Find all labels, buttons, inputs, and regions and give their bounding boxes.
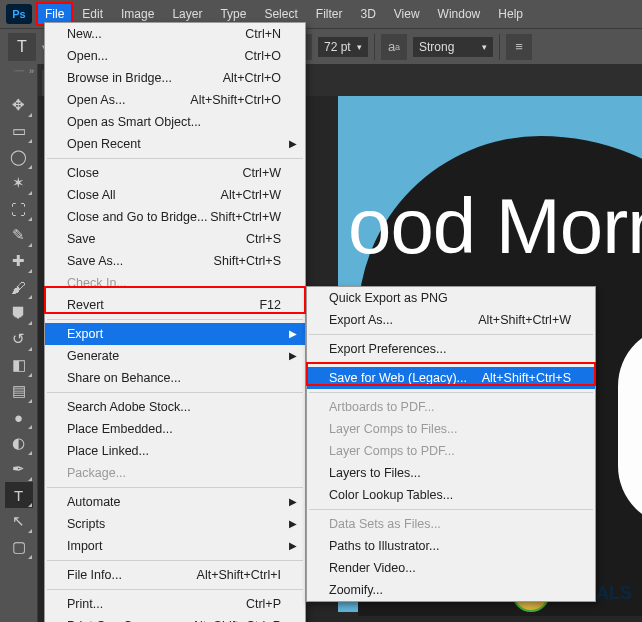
eraser-tool-button[interactable]: ◧ — [5, 352, 33, 378]
blur-tool-button[interactable]: ● — [5, 404, 33, 430]
menu-item-open[interactable]: Open...Ctrl+O — [45, 45, 305, 67]
type-tool-button[interactable]: T — [5, 482, 33, 508]
move-tool-button[interactable]: ✥ — [5, 92, 33, 118]
antialias-select[interactable]: Strong▾ — [413, 37, 493, 57]
menu-item-file-info[interactable]: File Info...Alt+Shift+Ctrl+I — [45, 564, 305, 586]
rectangle-tool-button[interactable]: ▢ — [5, 534, 33, 560]
menu-item-export[interactable]: Export▶ — [45, 323, 305, 345]
menubar-item-window[interactable]: Window — [429, 2, 490, 26]
menu-item-export-as[interactable]: Export As...Alt+Shift+Ctrl+W — [307, 309, 595, 331]
text-align-icon[interactable]: ≡ — [506, 34, 532, 60]
chevron-right-icon: ▶ — [289, 538, 297, 554]
export-submenu-dropdown: Quick Export as PNGExport As...Alt+Shift… — [306, 286, 596, 602]
dodge-tool-button[interactable]: ◐ — [5, 430, 33, 456]
menu-item-revert[interactable]: RevertF12 — [45, 294, 305, 316]
lasso-tool-button[interactable]: ◯ — [5, 144, 33, 170]
menu-item-open-recent[interactable]: Open Recent▶ — [45, 133, 305, 155]
chevron-right-icon: ▶ — [289, 494, 297, 510]
menu-item-place-linked[interactable]: Place Linked... — [45, 440, 305, 462]
file-menu-dropdown: New...Ctrl+NOpen...Ctrl+OBrowse in Bridg… — [44, 22, 306, 622]
menu-item-data-sets-as-files: Data Sets as Files... — [307, 513, 595, 535]
menu-item-save-for-web-legacy[interactable]: Save for Web (Legacy)...Alt+Shift+Ctrl+S — [307, 367, 595, 389]
menubar-item-filter[interactable]: Filter — [307, 2, 352, 26]
menu-item-color-lookup-tables[interactable]: Color Lookup Tables... — [307, 484, 595, 506]
menu-item-quick-export-as-png[interactable]: Quick Export as PNG — [307, 287, 595, 309]
menu-item-close-and-go-to-bridge[interactable]: Close and Go to Bridge...Shift+Ctrl+W — [45, 206, 305, 228]
chevron-right-icon: ▶ — [289, 326, 297, 342]
brush-tool-button[interactable]: 🖌 — [5, 274, 33, 300]
menu-item-new[interactable]: New...Ctrl+N — [45, 23, 305, 45]
panel-grip-icon[interactable]: ┄┄ — [0, 66, 37, 78]
menu-item-place-embedded[interactable]: Place Embedded... — [45, 418, 305, 440]
eyedropper-tool-button[interactable]: ✎ — [5, 222, 33, 248]
tool-preset-icon[interactable]: T — [8, 33, 36, 61]
pen-tool-button[interactable]: ✒ — [5, 456, 33, 482]
history-tool-button[interactable]: ↺ — [5, 326, 33, 352]
menu-item-search-adobe-stock[interactable]: Search Adobe Stock... — [45, 396, 305, 418]
menu-item-layers-to-files[interactable]: Layers to Files... — [307, 462, 595, 484]
font-size-field[interactable]: 72 pt▾ — [318, 37, 368, 57]
menu-item-layer-comps-to-pdf: Layer Comps to PDF... — [307, 440, 595, 462]
menu-item-zoomify[interactable]: Zoomify... — [307, 579, 595, 601]
chevron-right-icon: ▶ — [289, 136, 297, 152]
path-tool-button[interactable]: ↖ — [5, 508, 33, 534]
chevron-right-icon: ▶ — [289, 516, 297, 532]
menu-item-check-in: Check In... — [45, 272, 305, 294]
menu-item-close[interactable]: CloseCtrl+W — [45, 162, 305, 184]
menu-item-browse-in-bridge[interactable]: Browse in Bridge...Alt+Ctrl+O — [45, 67, 305, 89]
menu-item-paths-to-illustrator[interactable]: Paths to Illustrator... — [307, 535, 595, 557]
menu-item-export-preferences[interactable]: Export Preferences... — [307, 338, 595, 360]
photoshop-app-icon: Ps — [6, 4, 32, 24]
menu-item-generate[interactable]: Generate▶ — [45, 345, 305, 367]
menu-item-open-as-smart-object[interactable]: Open as Smart Object... — [45, 111, 305, 133]
chevron-right-icon: ▶ — [289, 348, 297, 364]
menu-item-artboards-to-pdf: Artboards to PDF... — [307, 396, 595, 418]
menubar-item-help[interactable]: Help — [489, 2, 532, 26]
menu-item-save[interactable]: SaveCtrl+S — [45, 228, 305, 250]
menu-item-automate[interactable]: Automate▶ — [45, 491, 305, 513]
menu-item-open-as[interactable]: Open As...Alt+Shift+Ctrl+O — [45, 89, 305, 111]
menubar-item-view[interactable]: View — [385, 2, 429, 26]
menu-item-import[interactable]: Import▶ — [45, 535, 305, 557]
crop-tool-button[interactable]: ⛶ — [5, 196, 33, 222]
menu-item-layer-comps-to-files: Layer Comps to Files... — [307, 418, 595, 440]
marquee-tool-button[interactable]: ▭ — [5, 118, 33, 144]
menu-item-share-on-behance[interactable]: Share on Behance... — [45, 367, 305, 389]
menu-item-print[interactable]: Print...Ctrl+P — [45, 593, 305, 615]
menu-item-print-one-copy[interactable]: Print One CopyAlt+Shift+Ctrl+P — [45, 615, 305, 622]
gradient-tool-button[interactable]: ▤ — [5, 378, 33, 404]
menu-item-scripts[interactable]: Scripts▶ — [45, 513, 305, 535]
magic-wand-tool-button[interactable]: ✶ — [5, 170, 33, 196]
menu-item-render-video[interactable]: Render Video... — [307, 557, 595, 579]
healing-tool-button[interactable]: ✚ — [5, 248, 33, 274]
menu-item-save-as[interactable]: Save As...Shift+Ctrl+S — [45, 250, 305, 272]
canvas-text-layer[interactable]: ood Morn — [348, 181, 642, 272]
menubar-item-3d[interactable]: 3D — [351, 2, 384, 26]
tools-panel: ┄┄ ✥▭◯✶⛶✎✚🖌⛊↺◧▤●◐✒T↖▢ — [0, 64, 38, 622]
stamp-tool-button[interactable]: ⛊ — [5, 300, 33, 326]
menu-item-package: Package... — [45, 462, 305, 484]
antialias-label-icon: aa — [381, 34, 407, 60]
menu-item-close-all[interactable]: Close AllAlt+Ctrl+W — [45, 184, 305, 206]
